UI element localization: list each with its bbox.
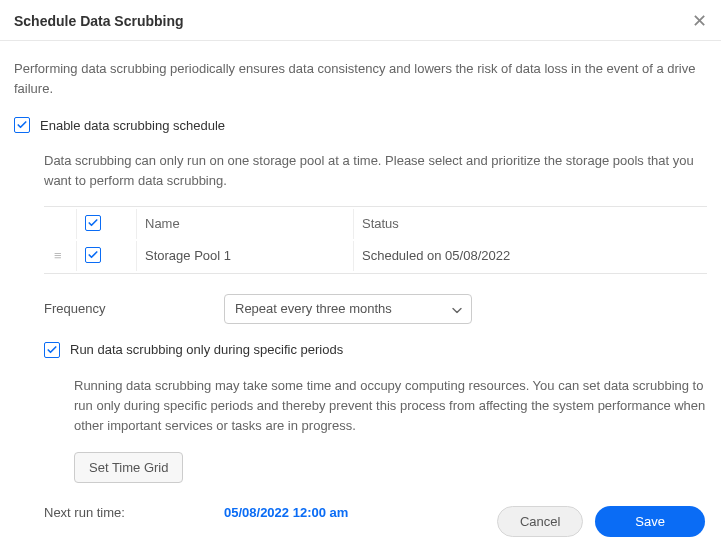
enable-schedule-checkbox[interactable] — [14, 117, 30, 133]
row-name: Storage Pool 1 — [136, 241, 351, 271]
close-icon[interactable]: ✕ — [692, 12, 707, 30]
pool-description: Data scrubbing can only run on one stora… — [44, 151, 707, 191]
dialog-title: Schedule Data Scrubbing — [14, 13, 184, 29]
col-name-header[interactable]: Name — [136, 209, 351, 239]
save-button[interactable]: Save — [595, 506, 705, 537]
frequency-label: Frequency — [44, 301, 224, 316]
select-all-checkbox[interactable] — [85, 215, 101, 231]
frequency-row: Frequency Repeat every three months — [44, 294, 707, 324]
enable-schedule-label: Enable data scrubbing schedule — [40, 118, 225, 133]
table-row[interactable]: ≡ Storage Pool 1 Scheduled on 05/08/2022 — [46, 241, 705, 271]
dialog-body: Performing data scrubbing periodically e… — [0, 41, 721, 530]
cancel-button[interactable]: Cancel — [497, 506, 583, 537]
drag-handle-icon[interactable]: ≡ — [54, 248, 62, 263]
row-status: Scheduled on 05/08/2022 — [353, 241, 705, 271]
specific-periods-checkbox[interactable] — [44, 342, 60, 358]
row-checkbox[interactable] — [85, 247, 101, 263]
intro-text: Performing data scrubbing periodically e… — [14, 59, 707, 99]
frequency-select-wrapper[interactable]: Repeat every three months — [224, 294, 472, 324]
dialog-header: Schedule Data Scrubbing ✕ — [0, 0, 721, 41]
specific-section: Running data scrubbing may take some tim… — [44, 376, 707, 483]
specific-periods-row: Run data scrubbing only during specific … — [44, 342, 707, 358]
specific-periods-label: Run data scrubbing only during specific … — [70, 342, 343, 357]
storage-pool-table: Name Status ≡ Storage Pool 1 Scheduled o… — [44, 206, 707, 274]
specific-description: Running data scrubbing may take some tim… — [74, 376, 707, 436]
frequency-value: Repeat every three months — [235, 301, 392, 316]
col-status-header[interactable]: Status — [353, 209, 705, 239]
col-check-header[interactable] — [76, 209, 134, 239]
enable-schedule-row: Enable data scrubbing schedule — [14, 117, 707, 133]
col-handle-header — [46, 209, 74, 239]
enable-section: Data scrubbing can only run on one stora… — [14, 151, 707, 520]
dialog-footer: Cancel Save — [0, 494, 721, 551]
set-time-grid-button[interactable]: Set Time Grid — [74, 452, 183, 483]
frequency-select[interactable]: Repeat every three months — [224, 294, 472, 324]
